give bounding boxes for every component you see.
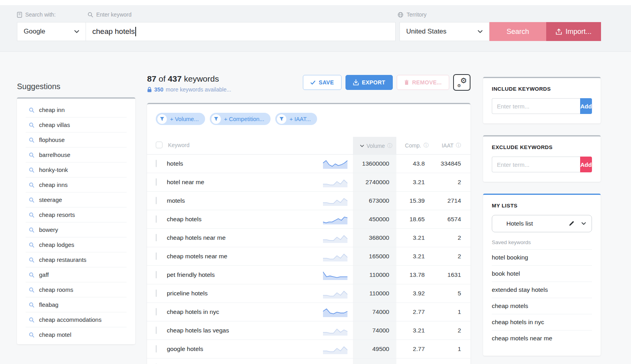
engine-select[interactable]: Google <box>17 22 86 41</box>
column-header-comp[interactable]: Comp. ⓘ <box>396 137 433 155</box>
row-comp: 3.21 <box>413 253 425 259</box>
column-header-volume[interactable]: Volume ⓘ <box>353 137 396 155</box>
suggestion-item[interactable]: cheap inn <box>26 103 127 118</box>
row-checkbox[interactable] <box>156 327 157 334</box>
row-keyword[interactable]: cheap hotels las vegas <box>167 327 229 334</box>
row-checkbox[interactable] <box>156 345 157 353</box>
suggestion-item[interactable]: cheap restaurants <box>26 252 127 267</box>
filter-chip[interactable]: + Competition... <box>210 113 271 125</box>
filter-chip[interactable]: + Volume... <box>156 113 205 125</box>
export-button[interactable]: EXPORT <box>345 75 393 90</box>
row-keyword[interactable]: motels <box>167 197 185 204</box>
suggestion-label: cheap rooms <box>39 286 73 293</box>
row-checkbox[interactable] <box>156 215 157 223</box>
suggestion-item[interactable]: fleabag <box>26 297 127 312</box>
list-select[interactable]: Hotels list <box>492 215 592 232</box>
device-icon <box>17 12 22 18</box>
suggestion-label: cheap motel <box>39 331 71 338</box>
exclude-add-button[interactable]: Add <box>580 157 592 172</box>
row-checkbox[interactable] <box>156 271 157 278</box>
row-keyword[interactable]: pet friendly hotels <box>167 271 215 278</box>
territory-select-value: United States <box>406 28 446 35</box>
column-header-keyword[interactable]: Keyword <box>168 142 189 148</box>
search-with-label: Search with: <box>25 11 56 18</box>
row-keyword[interactable]: priceline hotels <box>167 290 207 297</box>
suggestion-item[interactable]: cheap resorts <box>26 207 127 222</box>
row-keyword[interactable]: google hotels <box>167 345 203 352</box>
saved-keyword-item[interactable]: book hotel <box>492 266 592 282</box>
suggestion-item[interactable]: cheap accommodations <box>26 312 127 327</box>
row-comp: 43.8 <box>413 160 425 167</box>
suggestion-item[interactable]: cheap rooms <box>26 282 127 297</box>
upload-icon <box>556 28 562 35</box>
suggestion-item[interactable]: cheap motel <box>26 327 127 342</box>
row-comp: 15.39 <box>409 197 425 204</box>
select-all-checkbox[interactable] <box>156 142 162 148</box>
save-button[interactable]: SAVE <box>303 75 341 90</box>
row-checkbox[interactable] <box>156 289 157 297</box>
include-add-button[interactable]: Add <box>580 98 592 114</box>
locked-keywords-note[interactable]: 350 more keywords available... <box>147 86 231 93</box>
row-checkbox[interactable] <box>156 197 157 204</box>
saved-keyword-item[interactable]: cheap motels near me <box>492 330 592 346</box>
search-icon <box>29 122 34 128</box>
my-lists-card: MY LISTS Hotels list Saved keywords hote… <box>483 194 601 356</box>
exclude-term-input[interactable] <box>492 157 580 172</box>
suggestion-item[interactable]: steerage <box>26 192 127 207</box>
table-row: google hotels 49500 2.77 1 <box>147 340 470 358</box>
trend-sparkline <box>323 344 347 354</box>
filter-chip-label: + IAAT... <box>289 116 311 122</box>
chevron-down-icon <box>478 30 483 33</box>
suggestion-item[interactable]: flophouse <box>26 133 127 147</box>
info-icon[interactable]: ⓘ <box>456 142 461 149</box>
suggestion-item[interactable]: bowery <box>26 222 127 237</box>
row-iaat: 1631 <box>448 271 461 278</box>
row-keyword[interactable]: cheap motels near me <box>167 253 227 259</box>
import-button[interactable]: Import... <box>546 22 601 41</box>
suggestion-item[interactable]: honky-tonk <box>26 162 127 177</box>
export-button-label: EXPORT <box>362 79 385 86</box>
results-count: 87 of 437 keywords <box>147 74 231 84</box>
row-iaat: 2 <box>457 253 461 259</box>
saved-keyword-item[interactable]: hotel booking <box>492 250 592 266</box>
filter-chip[interactable]: + IAAT... <box>275 113 317 125</box>
results-header: 87 of 437 keywords 350 more keywords ava… <box>147 74 470 93</box>
suggestion-item[interactable]: gaff <box>26 267 127 282</box>
suggestions-title: Suggestions <box>17 82 135 91</box>
territory-select[interactable]: United States <box>400 22 489 41</box>
row-checkbox[interactable] <box>156 308 157 315</box>
territory-label-group: Territory <box>398 11 427 18</box>
row-keyword[interactable]: cheap hotels in nyc <box>167 308 219 315</box>
keyword-input[interactable]: cheap hotels <box>86 22 396 41</box>
row-checkbox[interactable] <box>156 160 157 167</box>
suggestion-item[interactable]: cheap inns <box>26 177 127 192</box>
include-term-input[interactable] <box>492 98 580 114</box>
row-keyword[interactable]: cheap hotels near me <box>167 234 226 241</box>
settings-button[interactable]: ⚙ ⚙ <box>453 74 470 91</box>
row-keyword[interactable]: hotels <box>167 160 183 167</box>
row-checkbox[interactable] <box>156 252 157 260</box>
row-volume: 673000 <box>369 197 389 204</box>
chevron-down-icon <box>581 222 586 225</box>
row-keyword[interactable]: hotel near me <box>167 179 204 185</box>
table-row: cheap hotels las vegas 74000 3.21 2 <box>147 321 470 340</box>
suggestion-item[interactable]: cheap lodges <box>26 237 127 252</box>
suggestion-item[interactable]: cheap villas <box>26 118 127 133</box>
trend-sparkline <box>323 325 347 336</box>
row-checkbox[interactable] <box>156 178 157 186</box>
search-icon <box>29 287 34 293</box>
suggestion-item[interactable]: barrelhouse <box>26 147 127 162</box>
pencil-icon[interactable] <box>569 221 574 226</box>
saved-keyword-item[interactable]: extended stay hotels <box>492 282 592 298</box>
info-icon[interactable]: ⓘ <box>387 142 392 149</box>
row-comp: 3.92 <box>413 290 425 297</box>
row-checkbox[interactable] <box>156 234 157 241</box>
saved-keyword-item[interactable]: cheap hotels in nyc <box>492 314 592 330</box>
table-row: priceline hotels 110000 3.92 5 <box>147 284 470 303</box>
saved-keyword-item[interactable]: cheap motels <box>492 298 592 314</box>
info-icon[interactable]: ⓘ <box>424 142 429 149</box>
column-header-iaat[interactable]: IAAT ⓘ <box>433 137 470 155</box>
row-keyword[interactable]: cheap hotels <box>167 216 202 222</box>
search-button[interactable]: Search <box>489 22 546 41</box>
remove-button[interactable]: REMOVE... <box>397 75 449 90</box>
